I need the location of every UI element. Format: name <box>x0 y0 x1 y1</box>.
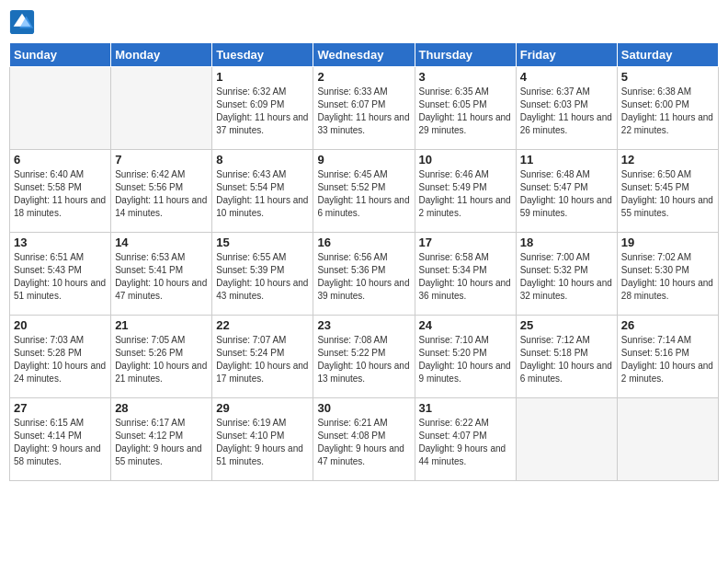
day-info: Sunrise: 6:42 AM Sunset: 5:56 PM Dayligh… <box>115 168 208 220</box>
calendar-cell <box>516 398 617 481</box>
day-info: Sunrise: 6:53 AM Sunset: 5:41 PM Dayligh… <box>115 251 208 303</box>
calendar-cell: 16 Sunrise: 6:56 AM Sunset: 5:36 PM Dayl… <box>313 233 415 316</box>
day-info: Sunrise: 6:35 AM Sunset: 6:05 PM Dayligh… <box>419 86 512 137</box>
day-info: Sunrise: 7:10 AM Sunset: 5:20 PM Dayligh… <box>419 334 512 385</box>
day-header-wednesday: Wednesday <box>313 43 415 67</box>
day-number: 9 <box>317 153 410 167</box>
calendar-cell: 11 Sunrise: 6:48 AM Sunset: 5:47 PM Dayl… <box>516 150 617 233</box>
day-number: 1 <box>216 70 309 84</box>
calendar-cell: 4 Sunrise: 6:37 AM Sunset: 6:03 PM Dayli… <box>516 67 617 150</box>
calendar-cell: 24 Sunrise: 7:10 AM Sunset: 5:20 PM Dayl… <box>415 316 516 398</box>
calendar-cell: 5 Sunrise: 6:38 AM Sunset: 6:00 PM Dayli… <box>617 67 718 150</box>
day-info: Sunrise: 6:56 AM Sunset: 5:36 PM Dayligh… <box>317 251 410 303</box>
day-number: 22 <box>216 318 309 332</box>
day-info: Sunrise: 7:05 AM Sunset: 5:26 PM Dayligh… <box>115 334 208 385</box>
calendar-cell: 28 Sunrise: 6:17 AM Sunset: 4:12 PM Dayl… <box>111 398 212 481</box>
day-number: 5 <box>621 70 714 84</box>
day-header-tuesday: Tuesday <box>212 43 313 67</box>
calendar-cell: 8 Sunrise: 6:43 AM Sunset: 5:54 PM Dayli… <box>212 150 313 233</box>
day-info: Sunrise: 7:02 AM Sunset: 5:30 PM Dayligh… <box>621 251 714 303</box>
calendar-cell: 2 Sunrise: 6:33 AM Sunset: 6:07 PM Dayli… <box>313 67 415 150</box>
calendar-cell: 27 Sunrise: 6:15 AM Sunset: 4:14 PM Dayl… <box>10 398 111 481</box>
calendar-cell: 13 Sunrise: 6:51 AM Sunset: 5:43 PM Dayl… <box>10 233 111 316</box>
day-number: 10 <box>419 153 512 167</box>
day-number: 23 <box>317 318 410 332</box>
day-number: 29 <box>216 401 309 415</box>
calendar-cell: 18 Sunrise: 7:00 AM Sunset: 5:32 PM Dayl… <box>516 233 617 316</box>
day-info: Sunrise: 6:17 AM Sunset: 4:12 PM Dayligh… <box>115 417 208 468</box>
day-info: Sunrise: 7:03 AM Sunset: 5:28 PM Dayligh… <box>14 334 107 385</box>
day-number: 2 <box>317 70 410 84</box>
day-info: Sunrise: 6:22 AM Sunset: 4:07 PM Dayligh… <box>419 417 512 468</box>
calendar-cell: 19 Sunrise: 7:02 AM Sunset: 5:30 PM Dayl… <box>617 233 718 316</box>
day-info: Sunrise: 7:12 AM Sunset: 5:18 PM Dayligh… <box>520 334 613 385</box>
day-number: 31 <box>419 401 512 415</box>
calendar-cell: 7 Sunrise: 6:42 AM Sunset: 5:56 PM Dayli… <box>111 150 212 233</box>
calendar-cell: 15 Sunrise: 6:55 AM Sunset: 5:39 PM Dayl… <box>212 233 313 316</box>
day-number: 16 <box>317 236 410 249</box>
calendar-table: SundayMondayTuesdayWednesdayThursdayFrid… <box>9 42 719 481</box>
day-header-saturday: Saturday <box>617 43 718 67</box>
day-number: 19 <box>621 236 714 249</box>
calendar-cell <box>111 67 212 150</box>
day-header-thursday: Thursday <box>415 43 516 67</box>
day-number: 4 <box>520 70 613 84</box>
calendar-cell: 12 Sunrise: 6:50 AM Sunset: 5:45 PM Dayl… <box>617 150 718 233</box>
logo-icon <box>9 9 35 35</box>
day-info: Sunrise: 6:32 AM Sunset: 6:09 PM Dayligh… <box>216 86 309 137</box>
calendar-cell: 21 Sunrise: 7:05 AM Sunset: 5:26 PM Dayl… <box>111 316 212 398</box>
day-number: 7 <box>115 153 208 167</box>
day-info: Sunrise: 6:37 AM Sunset: 6:03 PM Dayligh… <box>520 86 613 137</box>
day-info: Sunrise: 6:33 AM Sunset: 6:07 PM Dayligh… <box>317 86 410 137</box>
day-number: 12 <box>621 153 714 167</box>
day-info: Sunrise: 6:19 AM Sunset: 4:10 PM Dayligh… <box>216 417 309 468</box>
day-info: Sunrise: 6:43 AM Sunset: 5:54 PM Dayligh… <box>216 168 309 220</box>
day-number: 15 <box>216 236 309 249</box>
calendar-cell: 30 Sunrise: 6:21 AM Sunset: 4:08 PM Dayl… <box>313 398 415 481</box>
day-info: Sunrise: 6:48 AM Sunset: 5:47 PM Dayligh… <box>520 168 613 220</box>
day-number: 17 <box>419 236 512 249</box>
calendar-cell: 17 Sunrise: 6:58 AM Sunset: 5:34 PM Dayl… <box>415 233 516 316</box>
day-number: 6 <box>14 153 107 167</box>
day-info: Sunrise: 7:14 AM Sunset: 5:16 PM Dayligh… <box>621 334 714 385</box>
day-number: 13 <box>14 236 107 249</box>
calendar-cell: 26 Sunrise: 7:14 AM Sunset: 5:16 PM Dayl… <box>617 316 718 398</box>
calendar-cell <box>10 67 111 150</box>
day-number: 27 <box>14 401 107 415</box>
day-info: Sunrise: 6:15 AM Sunset: 4:14 PM Dayligh… <box>14 417 107 468</box>
calendar-cell: 20 Sunrise: 7:03 AM Sunset: 5:28 PM Dayl… <box>10 316 111 398</box>
day-info: Sunrise: 7:07 AM Sunset: 5:24 PM Dayligh… <box>216 334 309 385</box>
day-number: 11 <box>520 153 613 167</box>
day-number: 20 <box>14 318 107 332</box>
day-number: 3 <box>419 70 512 84</box>
day-header-friday: Friday <box>516 43 617 67</box>
day-header-monday: Monday <box>111 43 212 67</box>
day-header-sunday: Sunday <box>10 43 111 67</box>
day-number: 8 <box>216 153 309 167</box>
calendar-cell: 6 Sunrise: 6:40 AM Sunset: 5:58 PM Dayli… <box>10 150 111 233</box>
day-info: Sunrise: 6:21 AM Sunset: 4:08 PM Dayligh… <box>317 417 410 468</box>
day-number: 21 <box>115 318 208 332</box>
day-number: 18 <box>520 236 613 249</box>
calendar-cell: 29 Sunrise: 6:19 AM Sunset: 4:10 PM Dayl… <box>212 398 313 481</box>
calendar-cell: 9 Sunrise: 6:45 AM Sunset: 5:52 PM Dayli… <box>313 150 415 233</box>
calendar-cell: 22 Sunrise: 7:07 AM Sunset: 5:24 PM Dayl… <box>212 316 313 398</box>
calendar-cell: 23 Sunrise: 7:08 AM Sunset: 5:22 PM Dayl… <box>313 316 415 398</box>
day-info: Sunrise: 7:08 AM Sunset: 5:22 PM Dayligh… <box>317 334 410 385</box>
day-info: Sunrise: 6:40 AM Sunset: 5:58 PM Dayligh… <box>14 168 107 220</box>
logo <box>9 9 39 35</box>
day-number: 26 <box>621 318 714 332</box>
day-number: 24 <box>419 318 512 332</box>
day-info: Sunrise: 6:55 AM Sunset: 5:39 PM Dayligh… <box>216 251 309 303</box>
day-info: Sunrise: 7:00 AM Sunset: 5:32 PM Dayligh… <box>520 251 613 303</box>
calendar-cell: 3 Sunrise: 6:35 AM Sunset: 6:05 PM Dayli… <box>415 67 516 150</box>
calendar-cell: 1 Sunrise: 6:32 AM Sunset: 6:09 PM Dayli… <box>212 67 313 150</box>
day-number: 28 <box>115 401 208 415</box>
calendar-cell: 10 Sunrise: 6:46 AM Sunset: 5:49 PM Dayl… <box>415 150 516 233</box>
day-number: 14 <box>115 236 208 249</box>
calendar-cell: 31 Sunrise: 6:22 AM Sunset: 4:07 PM Dayl… <box>415 398 516 481</box>
calendar-cell <box>617 398 718 481</box>
calendar-cell: 14 Sunrise: 6:53 AM Sunset: 5:41 PM Dayl… <box>111 233 212 316</box>
day-info: Sunrise: 6:58 AM Sunset: 5:34 PM Dayligh… <box>419 251 512 303</box>
day-info: Sunrise: 6:45 AM Sunset: 5:52 PM Dayligh… <box>317 168 410 220</box>
